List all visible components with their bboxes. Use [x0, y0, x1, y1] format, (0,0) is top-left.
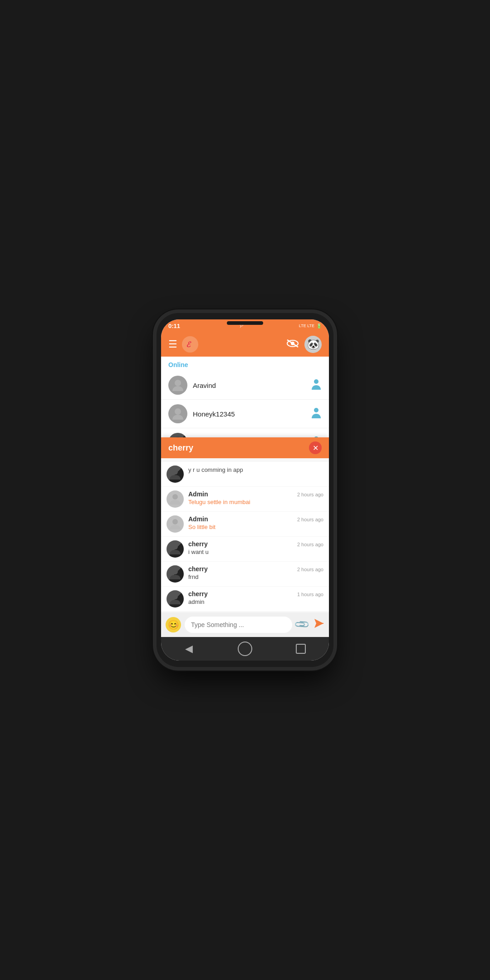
user-name: Aravind [193, 382, 307, 389]
msg-sender: Admin [188, 515, 208, 523]
msg-time: 2 hours ago [297, 492, 323, 497]
hide-icon[interactable] [286, 339, 299, 350]
avatar [168, 404, 187, 423]
msg-avatar [167, 590, 184, 608]
msg-text: y r u comming in app [188, 466, 323, 473]
chat-input-bar: 😊 📎 [161, 612, 329, 637]
hamburger-icon[interactable]: ☰ [168, 338, 177, 350]
msg-text: i want u [188, 549, 323, 555]
msg-body: cherry 2 hours ago i want u [188, 540, 323, 555]
msg-body: Admin 2 hours ago Telugu settle in mumba… [188, 490, 323, 505]
msg-avatar [167, 515, 184, 533]
message-input[interactable] [185, 617, 292, 633]
msg-sender: cherry [188, 540, 208, 548]
user-name: Honeyk12345 [193, 410, 307, 418]
svg-point-7 [314, 408, 318, 412]
message-item: cherry 2 hours ago i want u [161, 537, 329, 561]
status-icons: LTE LTE 🔋 [299, 323, 322, 328]
svg-point-5 [314, 379, 318, 384]
message-item: cherry 2 hours ago frnd [161, 562, 329, 586]
status-icon [311, 407, 322, 421]
msg-time: 1 hours ago [297, 592, 323, 597]
svg-point-23 [172, 544, 178, 549]
online-label: Online [161, 357, 329, 371]
svg-text:ℰ: ℰ [186, 341, 191, 348]
msg-avatar [167, 466, 184, 483]
msg-body: y r u comming in app [188, 466, 323, 473]
signal-text: LTE LTE [299, 323, 314, 328]
msg-body: cherry 2 hours ago frnd [188, 565, 323, 580]
msg-body: Admin 2 hours ago So little bit [188, 515, 323, 530]
list-item[interactable]: Honeyk12345 [161, 400, 329, 428]
attach-button[interactable]: 📎 [294, 616, 310, 633]
emoji-button[interactable]: 😊 [166, 617, 181, 632]
chat-header: cherry ✕ [161, 437, 329, 458]
msg-time: 2 hours ago [297, 567, 323, 572]
recents-button[interactable] [289, 637, 312, 660]
user-avatar[interactable]: 🐼 [304, 336, 322, 353]
chat-messages: y r u comming in app Admin 2 hours ago [161, 458, 329, 612]
message-item: Admin 2 hours ago So little bit [161, 512, 329, 536]
msg-sender: cherry [188, 590, 208, 598]
svg-point-24 [172, 569, 178, 574]
status-time: 0:11 [168, 323, 180, 329]
svg-point-6 [175, 408, 181, 415]
svg-point-25 [172, 594, 178, 599]
msg-sender: cherry [188, 565, 208, 573]
msg-text: frnd [188, 573, 323, 580]
message-item: y r u comming in app [161, 462, 329, 486]
nav-bar: ◀ [161, 637, 329, 661]
battery-icon: 🔋 [316, 323, 322, 328]
msg-text: Telugu settle in mumbai [188, 499, 323, 505]
msg-avatar [167, 540, 184, 558]
app-header: ☰ ℰ 🐼 [161, 332, 329, 357]
app-logo: ℰ [182, 336, 198, 353]
main-content: Online Aravind Honeyk12345 [161, 357, 329, 637]
chat-close-button[interactable]: ✕ [309, 441, 322, 454]
chat-overlay: cherry ✕ y r u comming in app [161, 437, 329, 637]
avatar [168, 376, 187, 395]
msg-avatar [167, 565, 184, 583]
svg-point-22 [172, 519, 178, 524]
chat-title: cherry [168, 443, 193, 453]
svg-point-21 [172, 494, 178, 500]
back-button[interactable]: ◀ [178, 637, 201, 660]
msg-body: cherry 1 hours ago admin [188, 590, 323, 605]
msg-text: admin [188, 598, 323, 605]
message-item: Admin 2 hours ago Telugu settle in mumba… [161, 487, 329, 511]
send-button[interactable] [312, 618, 324, 632]
msg-time: 2 hours ago [297, 542, 323, 547]
msg-avatar [167, 490, 184, 508]
svg-point-4 [175, 380, 181, 386]
home-button[interactable] [234, 637, 256, 660]
msg-text: So little bit [188, 524, 323, 530]
msg-sender: Admin [188, 490, 208, 498]
list-item[interactable]: Aravind [161, 371, 329, 400]
message-item: cherry 1 hours ago admin [161, 587, 329, 611]
svg-point-20 [172, 469, 178, 475]
status-icon [311, 378, 322, 393]
msg-time: 2 hours ago [297, 517, 323, 522]
